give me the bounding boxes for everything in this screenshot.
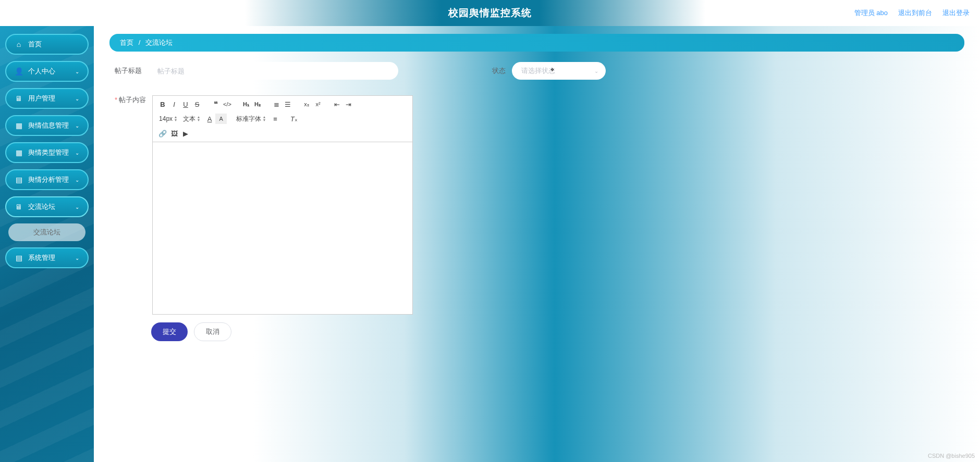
status-select-value: 请选择状态	[512, 62, 606, 80]
sidebar-subitem-label: 交流论坛	[33, 228, 60, 237]
stepper-arrows-icon: ▴▾	[198, 116, 200, 122]
italic-button[interactable]: I	[168, 99, 180, 109]
chevron-down-icon: ⌄	[594, 68, 598, 74]
indent-decrease-button[interactable]: ⇤	[331, 99, 342, 109]
text-style-select[interactable]: 文本 ▴▾	[181, 115, 202, 123]
video-button[interactable]: ▶	[180, 128, 191, 139]
sidebar-item-system-mgmt[interactable]: ▤ 系统管理 ⌄	[5, 247, 89, 268]
breadcrumb: 首页 / 交流论坛	[109, 34, 964, 52]
stepper-arrows-icon: ▴▾	[175, 116, 177, 122]
sidebar-item-users[interactable]: 🖥 用户管理 ⌄	[5, 88, 89, 109]
status-select[interactable]: 请选择状态 ⌄ ⌖	[512, 62, 606, 80]
editor-body[interactable]	[153, 142, 412, 314]
sidebar-item-type-mgmt[interactable]: ▦ 舆情类型管理 ⌄	[5, 142, 89, 163]
chevron-down-icon: ⌄	[75, 69, 79, 74]
main-content: 首页 / 交流论坛 帖子标题 状态 请选择状态 ⌄	[94, 26, 980, 462]
ordered-list-button[interactable]: ≣	[271, 99, 282, 109]
font-size-select[interactable]: 14px ▴▾	[157, 115, 179, 122]
exit-front-link[interactable]: 退出到前台	[898, 8, 932, 18]
cancel-button[interactable]: 取消	[194, 322, 231, 341]
user-icon: 👤	[15, 67, 23, 76]
font-family-value: 标准字体	[236, 115, 261, 123]
status-label: 状态	[492, 66, 506, 76]
sidebar-item-analysis-mgmt[interactable]: ▤ 舆情分析管理 ⌄	[5, 169, 89, 190]
chevron-down-icon: ⌄	[75, 255, 79, 261]
chevron-down-icon: ⌄	[75, 204, 79, 210]
watermark: CSDN @bishe905	[928, 453, 975, 459]
sidebar-item-forum[interactable]: 🖥 交流论坛 ⌄	[5, 196, 89, 217]
sidebar-item-home[interactable]: ⌂ 首页	[5, 34, 89, 55]
bold-button[interactable]: B	[157, 99, 168, 109]
app-title: 校园舆情监控系统	[448, 6, 532, 20]
h2-button[interactable]: H₂	[252, 99, 263, 109]
sidebar-item-label: 舆情信息管理	[28, 121, 69, 130]
monitor-icon: 🖥	[15, 94, 23, 103]
text-color-button[interactable]: A	[204, 114, 215, 124]
link-button[interactable]: 🔗	[157, 128, 168, 139]
sidebar-item-label: 系统管理	[28, 253, 55, 263]
indent-increase-button[interactable]: ⇥	[342, 99, 354, 109]
post-content-label: 帖子内容	[115, 95, 146, 105]
font-family-select[interactable]: 标准字体 ▴▾	[234, 115, 267, 123]
chevron-down-icon: ⌄	[75, 123, 79, 129]
doc-icon: ▤	[15, 176, 23, 184]
rich-text-editor: B I U S ❝ </> H₁ H₂	[152, 95, 413, 315]
admin-link[interactable]: 管理员 abo	[854, 8, 888, 18]
post-title-input[interactable]	[148, 62, 398, 80]
grid-icon: ▦	[15, 121, 23, 130]
sidebar-item-label: 舆情类型管理	[28, 148, 69, 157]
bg-color-button[interactable]: A	[215, 114, 227, 124]
quote-button[interactable]: ❝	[210, 99, 222, 109]
underline-button[interactable]: U	[180, 99, 191, 109]
logout-link[interactable]: 退出登录	[942, 8, 970, 18]
code-button[interactable]: </>	[222, 99, 233, 109]
sidebar-item-profile[interactable]: 👤 个人中心 ⌄	[5, 61, 89, 82]
sidebar-item-label: 个人中心	[28, 67, 55, 76]
grid-icon: ▦	[15, 148, 23, 157]
chevron-down-icon: ⌄	[75, 150, 79, 156]
field-status: 状态 请选择状态 ⌄ ⌖	[492, 62, 606, 80]
sidebar-item-info-mgmt[interactable]: ▦ 舆情信息管理 ⌄	[5, 115, 89, 136]
post-title-label: 帖子标题	[115, 66, 142, 76]
text-style-value: 文本	[183, 115, 195, 123]
strike-button[interactable]: S	[191, 99, 203, 109]
monitor-icon: 🖥	[15, 203, 23, 211]
breadcrumb-home[interactable]: 首页	[120, 39, 133, 46]
header-actions: 管理员 abo 退出到前台 退出登录	[854, 8, 970, 18]
breadcrumb-current: 交流论坛	[145, 39, 173, 46]
breadcrumb-sep: /	[139, 39, 141, 46]
chevron-down-icon: ⌄	[75, 96, 79, 102]
font-size-value: 14px	[159, 115, 173, 122]
superscript-button[interactable]: x²	[312, 99, 324, 109]
sidebar-item-label: 用户管理	[28, 94, 55, 103]
editor-toolbar: B I U S ❝ </> H₁ H₂	[153, 96, 412, 142]
h1-button[interactable]: H₁	[240, 99, 252, 109]
sidebar-item-label: 舆情分析管理	[28, 175, 69, 184]
app-header: 校园舆情监控系统 管理员 abo 退出到前台 退出登录	[0, 0, 980, 26]
unordered-list-button[interactable]: ☰	[282, 99, 293, 109]
doc-icon: ▤	[15, 254, 23, 262]
chevron-down-icon: ⌄	[75, 177, 79, 183]
image-button[interactable]: 🖼	[168, 128, 180, 139]
clear-format-button[interactable]: Tₓ	[288, 114, 300, 124]
sidebar: ⌂ 首页 👤 个人中心 ⌄ 🖥 用户管理 ⌄ ▦ 舆情信息管理 ⌄ ▦ 舆情类型…	[0, 26, 94, 462]
sidebar-item-label: 首页	[28, 40, 42, 49]
align-button[interactable]: ≡	[270, 114, 281, 124]
submit-button[interactable]: 提交	[151, 322, 188, 341]
home-icon: ⌂	[15, 40, 23, 48]
stepper-arrows-icon: ▴▾	[263, 116, 265, 122]
subscript-button[interactable]: x₂	[301, 99, 312, 109]
sidebar-subitem-forum[interactable]: 交流论坛	[8, 223, 85, 241]
sidebar-item-label: 交流论坛	[28, 202, 55, 211]
field-post-title: 帖子标题	[115, 62, 398, 80]
